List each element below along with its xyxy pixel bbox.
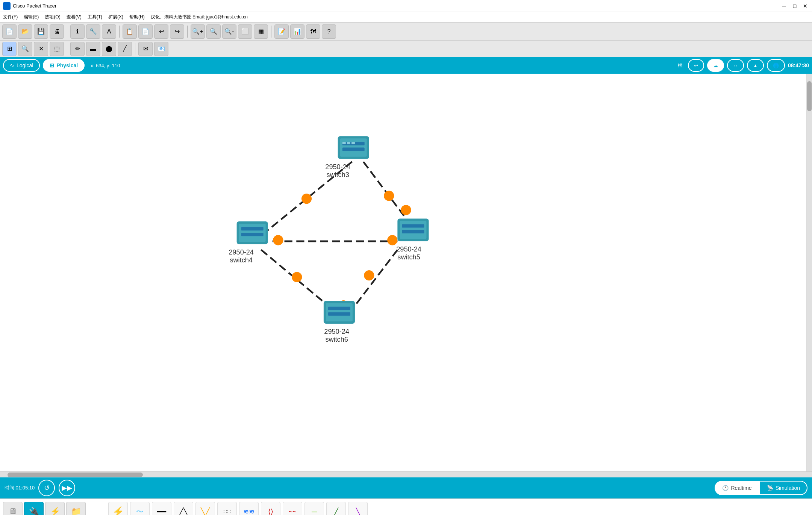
cable-phone[interactable]: ⟨⟩ xyxy=(261,502,280,515)
device-panel: 🖥 🔌 ⚡ 📁 ☁ ⊞ ⚡ ▦ ⚡ 〜 ━━ ╱╲ ╲╱ ∷∷ ≋≋ ⟨⟩ ~~… xyxy=(0,498,812,515)
zoom-in-button[interactable]: 🔍+ xyxy=(191,24,205,39)
svg-rect-19 xyxy=(351,142,355,144)
menu-tools[interactable]: 工具(T) xyxy=(88,14,102,20)
search-button[interactable]: 🔍 xyxy=(18,42,32,56)
menu-file[interactable]: 文件(F) xyxy=(3,14,18,20)
vertical-scrollbar[interactable] xyxy=(806,74,812,471)
envelope-button[interactable]: ✉ xyxy=(138,42,153,56)
sep1 xyxy=(67,26,67,38)
category-connections[interactable]: ⚡ xyxy=(45,502,65,515)
cable-fiber-green[interactable]: ╱ xyxy=(326,502,346,515)
horizontal-scrollbar[interactable] xyxy=(0,471,812,477)
redo-button[interactable]: ↪ xyxy=(170,24,184,39)
cisco-logo xyxy=(3,2,11,10)
cable-crossover[interactable]: ╱╲ xyxy=(174,502,193,515)
menu-extensions[interactable]: 扩展(X) xyxy=(108,14,123,20)
text-button[interactable]: A xyxy=(102,24,116,39)
shape-line-button[interactable]: ╱ xyxy=(118,42,132,56)
mountain-button[interactable]: ▲ xyxy=(747,59,764,72)
switch5-device xyxy=(397,218,429,241)
canvas-wrapper: 2950-24 switch3 2950-24 switch4 xyxy=(0,74,812,471)
menu-view[interactable]: 查看(V) xyxy=(67,14,82,20)
horizontal-scrollbar-thumb[interactable] xyxy=(8,473,143,477)
sep2 xyxy=(119,26,120,38)
menu-edit[interactable]: 编辑(E) xyxy=(24,14,39,20)
svg-rect-31 xyxy=(402,230,424,233)
toolbar1: 📄 📂 💾 🖨 ℹ 🔧 A 📋 📄 ↩ ↪ 🔍+ 🔍 🔍- ⬜ ▦ 📝 📊 🗺 … xyxy=(0,23,812,41)
zoom-btn[interactable]: 🔍 xyxy=(206,24,221,39)
simulation-button[interactable]: 📡 Simulation xyxy=(759,481,807,495)
cable-coax[interactable]: ~~ xyxy=(283,502,302,515)
cable-console[interactable]: 〜 xyxy=(130,502,150,515)
category-end-devices[interactable]: 📁 xyxy=(66,502,86,515)
cable-fiber[interactable]: ╲╱ xyxy=(195,502,215,515)
category-routers[interactable]: 🖥 xyxy=(3,502,23,515)
zoom-out-button[interactable]: 🔍- xyxy=(222,24,236,39)
realtime-button[interactable]: 🕐 Realtime xyxy=(715,481,759,495)
cable-straight[interactable]: ━━ xyxy=(152,502,171,515)
copy-button[interactable]: 📋 xyxy=(123,24,137,39)
globe-button[interactable]: 🌐 xyxy=(767,59,785,72)
bottom-bar: 时间:01:05:10 ↺ ▶▶ 🕐 Realtime 📡 Simulation xyxy=(0,477,812,498)
fit2-button[interactable]: ▦ xyxy=(254,24,268,39)
cable-straight-green[interactable]: ─ xyxy=(304,502,324,515)
rect-select-button[interactable]: ⬚ xyxy=(50,42,64,56)
svg-point-8 xyxy=(387,235,397,245)
canvas-area[interactable]: 2950-24 switch3 2950-24 switch4 xyxy=(0,74,812,471)
physical-mode-button[interactable]: ⊞ Physical xyxy=(43,59,85,72)
svg-point-6 xyxy=(384,191,394,201)
svg-rect-29 xyxy=(400,221,426,239)
move-layout-button[interactable]: ✏ xyxy=(70,42,85,56)
info-button[interactable]: ℹ xyxy=(70,24,85,39)
realtime-label: Realtime xyxy=(731,485,751,491)
mode-bar-right: 根| ↩ ☁ ↔ ▲ 🌐 08:47:30 xyxy=(678,59,809,72)
vertical-scrollbar-thumb[interactable] xyxy=(807,81,812,111)
svg-rect-36 xyxy=(328,307,350,310)
logical-mode-button[interactable]: ∿ Logical xyxy=(3,59,40,72)
pdu-button[interactable]: 📧 xyxy=(154,42,168,56)
cloud-button[interactable]: ☁ xyxy=(707,59,724,72)
select-button[interactable]: ⊞ xyxy=(2,42,17,56)
coordinates-display: x: 634, y: 110 xyxy=(91,63,120,68)
map-button[interactable]: 🗺 xyxy=(306,24,320,39)
note-button[interactable]: 📝 xyxy=(274,24,289,39)
svg-text:switch4: switch4 xyxy=(230,256,252,264)
arrow-button[interactable]: ↔ xyxy=(727,59,744,72)
svg-text:2950-24: 2950-24 xyxy=(324,328,349,335)
menu-options[interactable]: 选项(O) xyxy=(45,14,60,20)
cable-purple[interactable]: ╲ xyxy=(348,502,368,515)
shape-ellipse-button[interactable]: ⬤ xyxy=(102,42,116,56)
menu-help[interactable]: 帮助(H) xyxy=(129,14,145,20)
minimize-button[interactable]: ─ xyxy=(780,2,788,10)
delete-button[interactable]: ✕ xyxy=(34,42,48,56)
svg-line-4 xyxy=(352,250,397,310)
reset-time-button[interactable]: ↺ xyxy=(38,480,55,496)
help-button[interactable]: ? xyxy=(322,24,336,39)
main-layout: 2950-24 switch3 2950-24 switch4 xyxy=(0,74,812,515)
fit-button[interactable]: ⬜ xyxy=(238,24,252,39)
save-button[interactable]: 💾 xyxy=(34,24,48,39)
switch6-device xyxy=(324,301,355,324)
close-button[interactable]: ✕ xyxy=(801,2,809,10)
paste-button[interactable]: 📄 xyxy=(138,24,153,39)
svg-point-10 xyxy=(364,270,374,280)
cable-serial-dte[interactable]: ∷∷ xyxy=(217,502,237,515)
cable-serial-dce[interactable]: ≋≋ xyxy=(239,502,259,515)
cable-auto[interactable]: ⚡ xyxy=(108,502,128,515)
realtime-sim-controls: 🕐 Realtime 📡 Simulation xyxy=(715,481,807,495)
shape-rect-button[interactable]: ▬ xyxy=(86,42,100,56)
maximize-button[interactable]: □ xyxy=(791,2,798,10)
category-switches[interactable]: 🔌 xyxy=(24,502,44,515)
table-button[interactable]: 📊 xyxy=(290,24,304,39)
inspect-button[interactable]: 🔧 xyxy=(86,24,100,39)
back-button[interactable]: ↩ xyxy=(688,59,704,72)
new-button[interactable]: 📄 xyxy=(2,24,17,39)
root-label: 根| xyxy=(678,62,683,69)
undo-button[interactable]: ↩ xyxy=(154,24,168,39)
fast-forward-button[interactable]: ▶▶ xyxy=(59,480,75,496)
svg-rect-25 xyxy=(241,233,264,236)
menu-extra: 汉化、湖科大教书匠 Email: jgao1@hnust.edu.cn xyxy=(151,14,248,20)
open-button[interactable]: 📂 xyxy=(18,24,32,39)
network-diagram: 2950-24 switch3 2950-24 switch4 xyxy=(0,74,812,471)
print-button[interactable]: 🖨 xyxy=(50,24,64,39)
